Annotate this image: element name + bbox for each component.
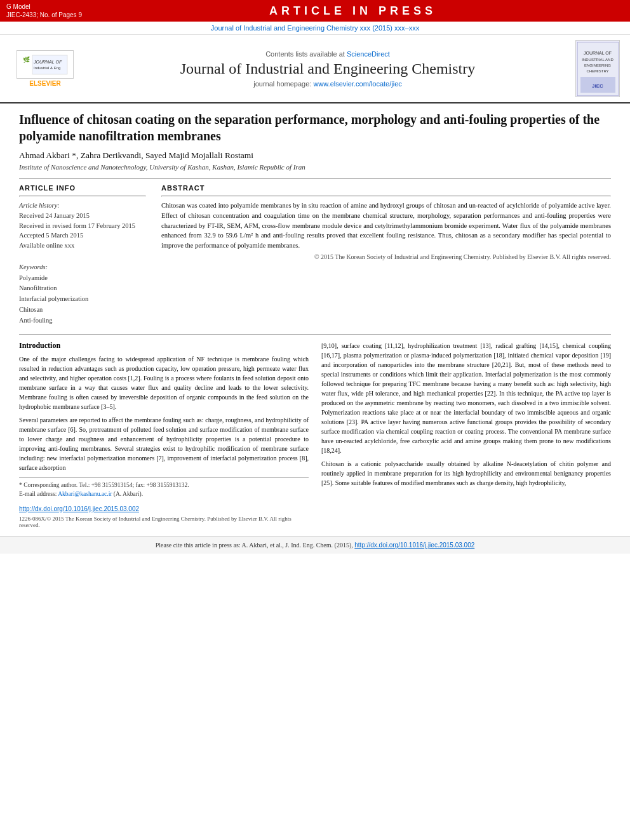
journal-main-title: Journal of Industrial and Engineering Ch… (80, 60, 575, 77)
email-footnote: E-mail address: Akbari@kashanu.ac.ir (A.… (19, 490, 309, 498)
svg-text:ENGINEERING: ENGINEERING (584, 63, 610, 67)
svg-text:JOURNAL OF: JOURNAL OF (583, 51, 611, 55)
body-left-column: Introduction One of the major challenges… (19, 341, 309, 529)
keyword-5: Anti-fouling (19, 316, 146, 326)
sciencedirect-link[interactable]: ScienceDirect (347, 50, 390, 58)
journal-cover-thumbnail: JOURNAL OF INDUSTRIAL AND ENGINEERING CH… (575, 40, 620, 97)
article-title: Influence of chitosan coating on the sep… (19, 111, 611, 144)
right-para-1: [9,10], surface coating [11,12], hydroph… (321, 341, 611, 455)
copyright-line: © 2015 The Korean Society of Industrial … (161, 253, 611, 260)
svg-rect-2 (32, 55, 67, 74)
body-columns: Introduction One of the major challenges… (19, 341, 611, 529)
journal-title-area: Contents lists available at ScienceDirec… (80, 50, 575, 88)
left-col-divider (19, 196, 146, 197)
elsevier-logo: 🌿 JOURNAL OF Industrial & Eng (17, 50, 74, 79)
keywords: Keywords: Polyamide Nanofiltration Inter… (19, 262, 146, 326)
journal-header: 🌿 JOURNAL OF Industrial & Eng ELSEVIER C… (0, 35, 630, 103)
journal-link-text: Journal of Industrial and Engineering Ch… (211, 24, 419, 32)
top-bar: G Model JIEC-2433; No. of Pages 9 ARTICL… (0, 0, 630, 22)
received-date: Received 24 January 2015 (19, 211, 146, 221)
svg-text:Industrial & Eng: Industrial & Eng (34, 66, 60, 70)
divider-1 (19, 178, 611, 179)
intro-paragraph-1: One of the major challenges facing to wi… (19, 354, 309, 472)
history-label: Article history: (19, 201, 146, 211)
doi-section: http://dx.doi.org/10.1016/j.jiec.2015.03… (19, 502, 309, 514)
article-info-column: ARTICLE INFO Article history: Received 2… (19, 184, 146, 326)
contents-line: Contents lists available at ScienceDirec… (80, 50, 575, 58)
journal-homepage: journal homepage: www.elsevier.com/locat… (80, 80, 575, 88)
right-col-text: [9,10], surface coating [11,12], hydroph… (321, 341, 611, 488)
cover-svg: JOURNAL OF INDUSTRIAL AND ENGINEERING CH… (577, 42, 619, 96)
right-para-2: Chitosan is a cationic polysaccharide us… (321, 459, 611, 488)
corresponding-footnote: * Corresponding author. Tel.: +98 315591… (19, 481, 309, 490)
footnote-area: * Corresponding author. Tel.: +98 315591… (19, 477, 309, 499)
revised-date: Received in revised form 17 February 201… (19, 221, 146, 231)
elsevier-brand: ELSEVIER (29, 80, 60, 87)
article-info-label: ARTICLE INFO (19, 184, 146, 192)
abstract-label: ABSTRACT (161, 184, 611, 192)
intro-para-2-text: Several parameters are reported to affec… (19, 415, 309, 472)
cite-doi-link[interactable]: http://dx.doi.org/10.1016/j.jiec.2015.03… (354, 542, 474, 549)
issn-line: 1226-086X/© 2015 The Korean Society of I… (19, 516, 309, 528)
journal-link-bar: Journal of Industrial and Engineering Ch… (0, 22, 630, 35)
article-content: Influence of chitosan coating on the sep… (0, 103, 630, 536)
homepage-label: journal homepage: (253, 80, 311, 88)
keyword-1: Polyamide (19, 273, 146, 284)
email-link[interactable]: Akbari@kashanu.ac.ir (58, 491, 112, 497)
keyword-4: Chitosan (19, 305, 146, 316)
elsevier-logo-svg: 🌿 JOURNAL OF Industrial & Eng (20, 52, 70, 77)
svg-text:INDUSTRIAL AND: INDUSTRIAL AND (582, 58, 613, 62)
keyword-3: Interfacial polymerization (19, 294, 146, 305)
accepted-date: Accepted 5 March 2015 (19, 230, 146, 241)
logo-area: 🌿 JOURNAL OF Industrial & Eng ELSEVIER (10, 50, 80, 87)
article-affiliation: Institute of Nanoscience and Nanotechnol… (19, 163, 611, 171)
divider-2 (19, 334, 611, 335)
abstract-column: ABSTRACT Chitosan was coated into polyam… (161, 184, 611, 326)
model-info: G Model JIEC-2433; No. of Pages 9 (6, 3, 82, 19)
svg-text:JIEC: JIEC (592, 83, 603, 89)
svg-text:JOURNAL OF: JOURNAL OF (33, 60, 62, 64)
bottom-notice: Please cite this article in press as: A.… (0, 536, 630, 554)
homepage-url[interactable]: www.elsevier.com/locate/jiec (313, 80, 401, 88)
article-history: Article history: Received 24 January 201… (19, 201, 146, 251)
abstract-text: Chitosan was coated into polyamide membr… (161, 201, 611, 251)
svg-text:🌿: 🌿 (23, 56, 30, 63)
intro-para-1-text: One of the major challenges facing to wi… (19, 354, 309, 411)
keywords-label: Keywords: (19, 262, 146, 273)
article-in-press-label: ARTICLE IN PRESS (82, 4, 624, 18)
info-abstract-section: ARTICLE INFO Article history: Received 2… (19, 184, 611, 326)
page: G Model JIEC-2433; No. of Pages 9 ARTICL… (0, 0, 630, 840)
keyword-2: Nanofiltration (19, 283, 146, 294)
article-authors: Ahmad Akbari *, Zahra Derikvandi, Sayed … (19, 150, 611, 161)
svg-text:CHEMISTRY: CHEMISTRY (586, 69, 608, 73)
introduction-heading: Introduction (19, 341, 309, 350)
cite-notice-text: Please cite this article in press as: A.… (156, 542, 353, 549)
online-date: Available online xxx (19, 241, 146, 251)
body-right-column: [9,10], surface coating [11,12], hydroph… (321, 341, 611, 529)
doi-link[interactable]: http://dx.doi.org/10.1016/j.jiec.2015.03… (19, 505, 139, 512)
abstract-divider (161, 196, 611, 197)
